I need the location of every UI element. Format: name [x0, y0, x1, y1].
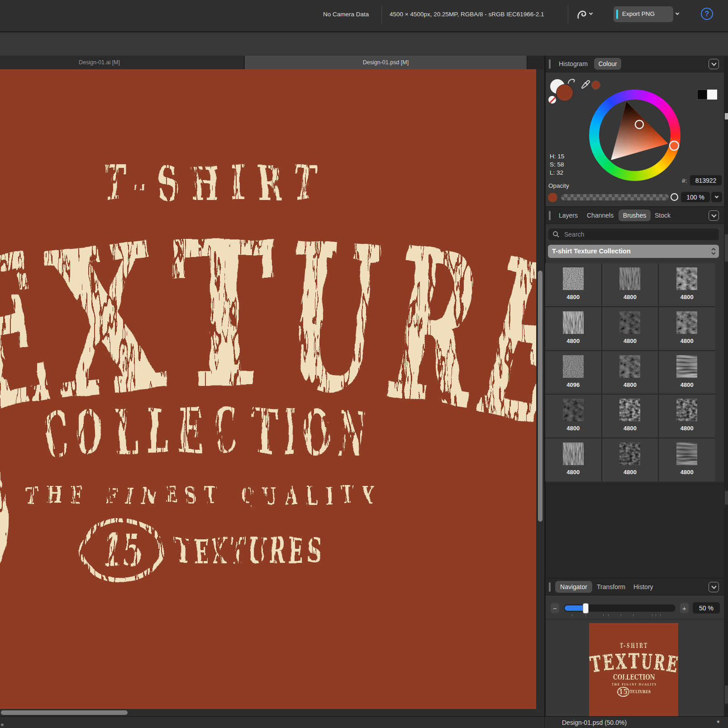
zoom-value: 50 %	[699, 604, 714, 612]
opacity-slider-handle[interactable]	[671, 193, 678, 201]
tab-history[interactable]: History	[633, 583, 653, 590]
brush-item[interactable]: 4800	[659, 263, 715, 306]
swap-colours-icon[interactable]	[567, 77, 577, 86]
brush-item[interactable]: 4800	[659, 395, 715, 438]
brushes-panel-collapse-button[interactable]	[709, 210, 719, 221]
brush-item[interactable]: 4800	[602, 438, 658, 481]
brush-item[interactable]: 4800	[545, 395, 601, 438]
colour-wheel[interactable]	[589, 90, 680, 181]
hex-value: 813922	[695, 177, 717, 184]
export-chevron-icon[interactable]	[676, 11, 679, 15]
brush-size-label: 4800	[602, 294, 658, 300]
brush-item[interactable]: 4096	[545, 351, 601, 394]
default-white-swatch[interactable]	[707, 90, 717, 100]
brush-grid-empty-area	[546, 482, 724, 578]
brush-search-box[interactable]: Search	[548, 228, 719, 240]
canvas-hscrollbar[interactable]	[0, 709, 536, 716]
panel-drag-handle[interactable]	[549, 59, 551, 69]
brush-item[interactable]: 4800	[602, 395, 658, 438]
tab-colour[interactable]: Colour	[594, 58, 621, 70]
camera-data-label: No Camera Data	[323, 11, 369, 18]
tab-channels[interactable]: Channels	[587, 212, 614, 219]
zoom-in-button[interactable]: +	[680, 603, 689, 613]
tab-histogram[interactable]: Histogram	[559, 60, 588, 67]
default-black-swatch[interactable]	[697, 90, 707, 100]
svg-text:T: T	[589, 651, 603, 677]
brush-item[interactable]: 4800	[602, 307, 658, 350]
help-button[interactable]: ?	[701, 8, 713, 20]
hscrollbar-handle[interactable]	[1, 710, 128, 715]
help-label: ?	[705, 10, 709, 18]
brush-item[interactable]: 4800	[545, 307, 601, 350]
brushes-panel-header: Layers Channels Brushes Stock	[546, 206, 724, 224]
brush-grid: 4800 4800 4800 4800 4800 4800 4096 4800 …	[545, 263, 715, 481]
navigator-divider	[546, 619, 724, 619]
svg-text:X: X	[615, 649, 627, 674]
opacity-label: Opacity	[548, 182, 569, 189]
zoom-out-button[interactable]: −	[551, 603, 559, 613]
brush-item[interactable]: 4800	[545, 263, 601, 306]
zoom-slider[interactable]	[564, 604, 676, 612]
top-toolbar: No Camera Data 4500 × 4500px, 20.25MP, R…	[0, 0, 728, 32]
design-collection-letter: L	[113, 395, 138, 467]
tab-brushes[interactable]: Brushes	[619, 209, 651, 221]
brush-item[interactable]: 4800	[659, 438, 715, 481]
tab-stock[interactable]: Stock	[655, 212, 671, 219]
design-collection-letter: C	[213, 394, 237, 466]
brush-item[interactable]: 4800	[545, 438, 601, 481]
tab-design-01-psd[interactable]: Design-01.psd [M]	[245, 56, 527, 69]
brush-collection-dropdown[interactable]: T-shirt Texture Collection	[548, 245, 719, 258]
zoom-value-box[interactable]: 50 %	[693, 602, 720, 614]
navigator-thumbnail[interactable]: T-SHIRT T E X T U R E COLLECTION THE FIN…	[589, 623, 678, 716]
brush-item[interactable]: 4800	[659, 307, 715, 350]
tab-label: Design-01.ai [M]	[79, 59, 120, 66]
opacity-slider[interactable]	[561, 194, 669, 200]
brush-size-label: 4800	[602, 381, 658, 388]
opacity-value: 100 %	[686, 194, 704, 201]
opacity-value-box[interactable]: 100 %	[681, 192, 710, 202]
design-collection-letter: O	[74, 396, 103, 469]
hex-label: #:	[682, 177, 687, 184]
tab-layers[interactable]: Layers	[559, 212, 578, 219]
assistant-icon[interactable]	[576, 8, 588, 21]
canvas-design: T-SHIRT T E X T U R E C O L L E C T I O …	[0, 69, 536, 709]
tab-label: Design-01.psd [M]	[363, 59, 409, 66]
opacity-dropdown-button[interactable]	[711, 192, 722, 202]
panel-drag-handle[interactable]	[549, 582, 551, 592]
panel-drag-handle[interactable]	[549, 211, 551, 220]
brush-item[interactable]: 4800	[602, 351, 658, 394]
tab-design-01-ai[interactable]: Design-01.ai [M]	[0, 56, 244, 69]
canvas[interactable]: T-SHIRT T E X T U R E C O L L E C T I O …	[0, 69, 536, 709]
saturation-value: S: 58	[550, 161, 564, 168]
design-texture-letter: U	[280, 200, 386, 438]
eyedropper-colour-dot[interactable]	[591, 81, 600, 90]
primary-colour-swatch[interactable]	[556, 84, 573, 101]
assistant-chevron-icon[interactable]	[589, 11, 593, 15]
tab-navigator[interactable]: Navigator	[555, 581, 592, 593]
brush-item[interactable]: 4800	[659, 351, 715, 394]
tab-transform[interactable]: Transform	[597, 583, 625, 590]
hex-input[interactable]: 813922	[690, 175, 722, 186]
zoom-slider-handle[interactable]	[583, 603, 589, 614]
colour-panel-collapse-button[interactable]	[709, 59, 719, 69]
brush-size-label: 4800	[602, 425, 658, 432]
tab-brushes-label: Brushes	[623, 212, 646, 219]
brush-item[interactable]: 4800	[602, 263, 658, 306]
navigator-panel-collapse-button[interactable]	[709, 582, 719, 592]
brush-size-label: 4800	[659, 381, 715, 388]
export-png-button[interactable]: Export PNG	[614, 6, 673, 22]
design-collection-letter: T	[251, 395, 279, 467]
opacity-swatch[interactable]	[548, 193, 557, 202]
vscrollbar-handle[interactable]	[538, 271, 542, 522]
canvas-vscrollbar[interactable]	[536, 69, 544, 709]
svg-text:T: T	[628, 649, 639, 673]
right-panel: Histogram Colour	[546, 56, 724, 716]
brush-size-label: 4096	[545, 381, 601, 388]
brush-size-label: 4800	[659, 469, 715, 476]
saturation-triangle[interactable]	[589, 90, 680, 181]
brush-size-label: 4800	[545, 425, 601, 432]
toolbar-divider	[568, 5, 568, 24]
status-doc-label: Design-01.psd (50.0%)	[562, 719, 627, 726]
brush-size-label: 4800	[545, 338, 601, 344]
no-colour-swatch[interactable]	[548, 96, 556, 104]
